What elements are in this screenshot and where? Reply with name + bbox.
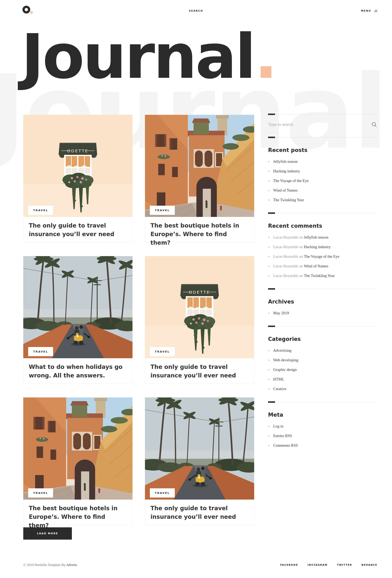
- bullet-dot-icon: [268, 350, 269, 351]
- post-body: The only guide to travel insurance you’l…: [145, 358, 254, 384]
- list-item[interactable]: Wind of Names: [268, 188, 377, 193]
- list-item[interactable]: HTML: [268, 377, 377, 382]
- widget-list: AdvertisingWeb developingGraphic designH…: [268, 348, 377, 391]
- list-item[interactable]: Jellyfish season: [268, 159, 377, 164]
- post-card: ODETTE TRAVEL The only guide to travel i…: [23, 115, 132, 242]
- widget-link[interactable]: May 2019: [273, 311, 289, 315]
- widget-list: Jellyfish seasonHacking industryThe Voya…: [268, 159, 377, 202]
- search-icon[interactable]: [372, 122, 377, 127]
- post-image[interactable]: TRAVEL: [23, 397, 132, 500]
- load-more-button[interactable]: LOAD MORE: [23, 527, 72, 540]
- divider: [268, 288, 377, 289]
- bullet-dot-icon: [268, 246, 269, 248]
- comment-post-link[interactable]: The Voyage of the Eye: [304, 254, 339, 259]
- post-card: TRAVEL The only guide to travel insuranc…: [145, 397, 254, 525]
- list-item[interactable]: Graphic design: [268, 367, 377, 372]
- list-item[interactable]: Lucas Reynolds on The Voyage of the Eye: [268, 254, 377, 259]
- widget-link[interactable]: Web developing: [273, 358, 299, 362]
- header-search-link[interactable]: SEARCH: [189, 9, 203, 12]
- post-image[interactable]: ODETTE TRAVEL: [145, 256, 254, 358]
- list-item[interactable]: May 2019: [268, 311, 377, 315]
- post-category-tag[interactable]: TRAVEL: [150, 206, 175, 215]
- widget-link[interactable]: Jellyfish season: [273, 159, 298, 164]
- list-item[interactable]: The Voyage of the Eye: [268, 179, 377, 183]
- list-item[interactable]: Lucas Reynolds on Wind of Names: [268, 264, 377, 268]
- post-title[interactable]: The best boutique hotels in Europe’s. Wh…: [29, 504, 127, 530]
- widget-link[interactable]: The Twinkling Year: [273, 198, 304, 202]
- sidebar-widget: Recent comments Lucas Reynolds on Jellyf…: [268, 212, 377, 278]
- post-image[interactable]: TRAVEL: [145, 397, 254, 500]
- bullet-dot-icon: [268, 171, 269, 172]
- widget-link[interactable]: Graphic design: [273, 367, 297, 372]
- header-menu[interactable]: MENU: [361, 9, 377, 12]
- widget-link[interactable]: HTML: [273, 377, 284, 382]
- sidebar-widgets: Recent posts Jellyfish seasonHacking ind…: [268, 137, 377, 448]
- list-item[interactable]: Hacking industry: [268, 169, 377, 173]
- widget-link[interactable]: The Voyage of the Eye: [273, 179, 308, 183]
- list-item[interactable]: The Twinkling Year: [268, 198, 377, 202]
- header: SEARCH MENU: [0, 0, 392, 21]
- brand-link[interactable]: Adveits: [66, 563, 77, 567]
- post-title[interactable]: The only guide to travel insurance you’l…: [150, 363, 249, 380]
- comment-post-link[interactable]: Wind of Names: [304, 264, 328, 268]
- widget-link[interactable]: Log in: [273, 424, 283, 429]
- post-title[interactable]: What to do when holidays go wrong. All t…: [29, 363, 127, 380]
- sidebar-widget: Meta Log inEntries RSSComments RSS: [268, 401, 377, 448]
- comment-post-link[interactable]: Hacking industry: [304, 245, 331, 249]
- post-category-tag[interactable]: TRAVEL: [150, 488, 175, 497]
- footer: © 2019 Portfolio Template By Adveits FAC…: [23, 563, 377, 567]
- widget-link[interactable]: Entries RSS: [273, 434, 292, 438]
- search-input[interactable]: [268, 120, 377, 129]
- divider: [268, 326, 377, 327]
- logo[interactable]: [22, 6, 34, 15]
- divider: [268, 212, 377, 214]
- list-item[interactable]: Advertising: [268, 348, 377, 353]
- post-title[interactable]: The only guide to travel insurance you’l…: [29, 221, 127, 239]
- post-category-tag[interactable]: TRAVEL: [150, 347, 175, 356]
- list-item[interactable]: Lucas Reynolds on Jellyfish season: [268, 235, 377, 240]
- palm-road-scooter-illustration: [145, 397, 254, 500]
- widget-link[interactable]: Advertising: [273, 348, 292, 353]
- list-item[interactable]: Lucas Reynolds on Hacking industry: [268, 245, 377, 249]
- social-link-twitter[interactable]: TWITTER: [337, 564, 352, 566]
- widget-link[interactable]: Comments RSS: [273, 443, 298, 448]
- social-link-facebook[interactable]: FACEBOOK: [280, 564, 298, 566]
- venice-alley-illustration: [145, 115, 254, 217]
- post-image[interactable]: TRAVEL: [145, 115, 254, 217]
- list-item[interactable]: Creative: [268, 387, 377, 391]
- social-link-instagram[interactable]: INSTAGRAM: [307, 564, 327, 566]
- post-category-tag[interactable]: TRAVEL: [28, 206, 53, 215]
- list-item[interactable]: Web developing: [268, 358, 377, 362]
- list-item[interactable]: Log in: [268, 424, 377, 429]
- palm-road-scooter-illustration: [23, 256, 132, 358]
- post-image[interactable]: ODETTE TRAVEL: [23, 115, 132, 217]
- post-title[interactable]: The only guide to travel insurance you’l…: [150, 504, 249, 521]
- list-item[interactable]: Lucas Reynolds on The Twinkling Year: [268, 274, 377, 278]
- copyright: © 2019 Portfolio Template By Adveits: [23, 563, 77, 567]
- list-item[interactable]: Entries RSS: [268, 434, 377, 438]
- menu-label: MENU: [361, 9, 371, 12]
- post-category-tag[interactable]: TRAVEL: [28, 488, 53, 497]
- post-category-tag[interactable]: TRAVEL: [28, 347, 53, 356]
- post-body: The best boutique hotels in Europe’s. Wh…: [145, 217, 254, 242]
- list-item[interactable]: Comments RSS: [268, 443, 377, 448]
- bullet-dot-icon: [268, 379, 269, 380]
- post-card: TRAVEL What to do when holidays go wrong…: [23, 256, 132, 384]
- sidebar-widget: Archives May 2019: [268, 288, 377, 315]
- post-title[interactable]: The best boutique hotels in Europe’s. Wh…: [150, 221, 249, 247]
- page-title: Journal.: [21, 26, 278, 87]
- bullet-dot-icon: [268, 180, 269, 182]
- post-image[interactable]: TRAVEL: [23, 256, 132, 358]
- comment-post-link[interactable]: The Twinkling Year: [304, 274, 335, 278]
- widget-link[interactable]: Creative: [273, 387, 286, 391]
- bullet-dot-icon: [268, 426, 269, 427]
- odette-storefront-illustration: ODETTE: [23, 115, 132, 217]
- comment-author: Lucas Reynolds on: [273, 254, 304, 259]
- bullet-dot-icon: [268, 266, 269, 267]
- title-accent-dot: .: [254, 21, 278, 92]
- comment-post-link[interactable]: Jellyfish season: [304, 235, 328, 240]
- widget-link[interactable]: Hacking industry: [273, 169, 300, 173]
- widget-link[interactable]: Wind of Names: [273, 188, 298, 193]
- venice-alley-illustration: [23, 397, 132, 500]
- social-link-behance[interactable]: BEHANCE: [361, 564, 377, 566]
